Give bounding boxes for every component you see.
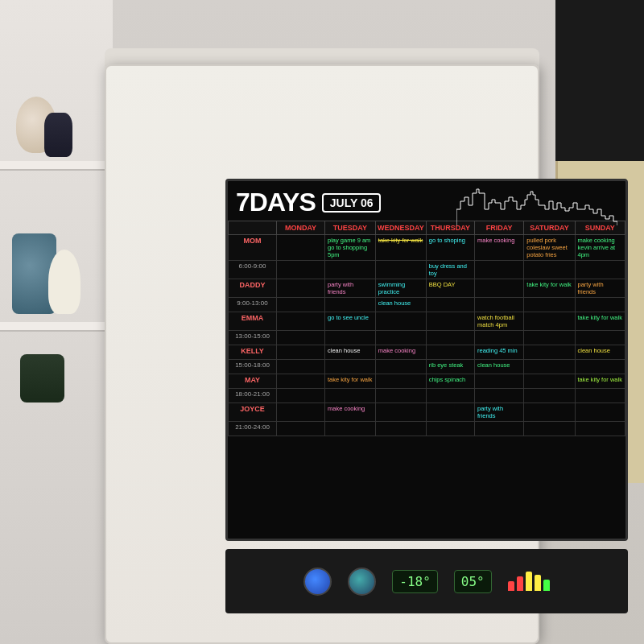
left-shelf-area — [0, 0, 113, 644]
cell-time3-thu — [426, 331, 474, 345]
cell-kelly-wed: make cooking — [375, 345, 426, 360]
cell-time6-tue — [325, 422, 376, 436]
time-label-6: 21:00-24:00 — [229, 422, 277, 436]
time-label-1: 6:00-9:00 — [229, 261, 277, 279]
cell-kelly-mon — [277, 345, 325, 360]
cell-time1-sat — [524, 261, 575, 279]
cell-time2-thu — [426, 298, 474, 312]
cell-time5-fri — [475, 389, 524, 403]
cell-time5-sat — [524, 389, 575, 403]
cell-may-sat — [524, 374, 575, 389]
cell-mom-sun: make cooking kevin arrive at 4pm — [575, 235, 625, 261]
cell-daddy-sun: party with friends — [575, 279, 625, 298]
cell-joyce-fri: party with friends — [475, 403, 524, 422]
cell-time4-sun — [575, 360, 625, 374]
cell-time6-sun — [575, 422, 625, 436]
table-row: 15:00-18:00 rib eye steak clean house — [229, 360, 625, 374]
cell-mom-mon — [277, 235, 325, 261]
cell-kelly-thu — [426, 345, 474, 360]
cell-time2-sat — [524, 298, 575, 312]
time-label-3: 13:00-15:00 — [229, 331, 277, 345]
cell-time3-tue — [325, 331, 376, 345]
cell-time2-mon — [277, 298, 325, 312]
cell-time5-mon — [277, 389, 325, 403]
cell-kelly-sun: clean house — [575, 345, 625, 360]
cell-time2-sun — [575, 298, 625, 312]
cell-mom-sat: pulled pork coleslaw sweet potato fries — [524, 235, 575, 261]
time-label-5: 18:00-21:00 — [229, 389, 277, 403]
person-label-emma: EMMA — [229, 312, 277, 331]
cell-time1-wed — [375, 261, 426, 279]
cell-joyce-mon — [277, 403, 325, 422]
cell-emma-wed — [375, 312, 426, 331]
cell-time2-fri — [475, 298, 524, 312]
shelf-decoration-5 — [20, 354, 64, 402]
cell-daddy-thu: BBQ DAY — [426, 279, 474, 298]
cell-time2-tue — [325, 298, 376, 312]
col-wednesday: WEDNESDAY — [375, 221, 426, 235]
table-row: JOYCE make cooking party with friends — [229, 403, 625, 422]
temp-display-1: -18° — [392, 570, 438, 593]
cell-joyce-sat — [524, 403, 575, 422]
cell-may-fri — [475, 374, 524, 389]
cell-time5-wed — [375, 389, 426, 403]
cell-time3-mon — [277, 331, 325, 345]
cell-mom-thu: go to shoping — [426, 235, 474, 261]
cell-time3-wed — [375, 331, 426, 345]
table-row: MAY take kity for walk chips spinach tak… — [229, 374, 625, 389]
cell-time5-thu — [426, 389, 474, 403]
cell-may-wed — [375, 374, 426, 389]
control-snowflake-2[interactable] — [348, 568, 376, 596]
shelf-board-1 — [0, 161, 105, 171]
bar-5 — [543, 580, 550, 591]
cell-daddy-mon — [277, 279, 325, 298]
cell-time4-thu: rib eye steak — [426, 360, 474, 374]
cell-time6-thu — [426, 422, 474, 436]
cell-mom-fri: make cooking — [475, 235, 524, 261]
fridge: 7DAYS JULY 06 MONDAY TUESDAY WEDNESDAY T… — [105, 64, 539, 644]
skyline-icon — [456, 185, 617, 225]
table-row: KELLY clean house make cooking reading 4… — [229, 345, 625, 360]
table-row: 9:00-13:00 clean house — [229, 298, 625, 312]
cell-joyce-tue: make cooking — [325, 403, 376, 422]
cell-mom-tue: play game 9 am go to shopping 5pm — [325, 235, 376, 261]
cell-joyce-wed — [375, 403, 426, 422]
person-label-mom: MOM — [229, 235, 277, 261]
cell-emma-sat — [524, 312, 575, 331]
cell-mom-wed: take kity for walk — [375, 235, 426, 261]
table-row: 13:00-15:00 — [229, 331, 625, 345]
calendar-title: 7DAYS — [236, 188, 316, 217]
person-label-joyce: JOYCE — [229, 403, 277, 422]
cell-kelly-sat — [524, 345, 575, 360]
person-label-kelly: KELLY — [229, 345, 277, 360]
cell-joyce-thu — [426, 403, 474, 422]
cell-time4-sat — [524, 360, 575, 374]
blackboard-header: 7DAYS JULY 06 — [228, 181, 625, 221]
bar-2 — [517, 576, 523, 591]
cell-time4-wed — [375, 360, 426, 374]
control-snowflake[interactable] — [303, 568, 332, 596]
cell-emma-mon — [277, 312, 325, 331]
person-label-may: MAY — [229, 374, 277, 389]
col-monday: MONDAY — [277, 221, 325, 235]
cell-kelly-tue: clean house — [325, 345, 376, 360]
cell-time1-fri — [475, 261, 524, 279]
cell-time4-tue — [325, 360, 376, 374]
shelf-decoration-4 — [48, 250, 80, 314]
time-label-2: 9:00-13:00 — [229, 298, 277, 312]
cell-time1-sun — [575, 261, 625, 279]
cell-time3-sat — [524, 331, 575, 345]
table-row: 18:00-21:00 — [229, 389, 625, 403]
cell-kelly-fri: reading 45 min — [475, 345, 524, 360]
person-label-daddy: DADDY — [229, 279, 277, 298]
cell-daddy-sat: take kity for walk — [524, 279, 575, 298]
table-row: DADDY party with friends swimming practi… — [229, 279, 625, 298]
cell-time1-mon — [277, 261, 325, 279]
right-panel-dark — [555, 0, 644, 161]
col-tuesday: TUESDAY — [325, 221, 376, 235]
table-row: 6:00-9:00 buy dress and toy — [229, 261, 625, 279]
cell-emma-sun: take kity for walk — [575, 312, 625, 331]
cell-time2-wed: clean house — [375, 298, 426, 312]
cell-time6-fri — [475, 422, 524, 436]
cell-time3-sun — [575, 331, 625, 345]
